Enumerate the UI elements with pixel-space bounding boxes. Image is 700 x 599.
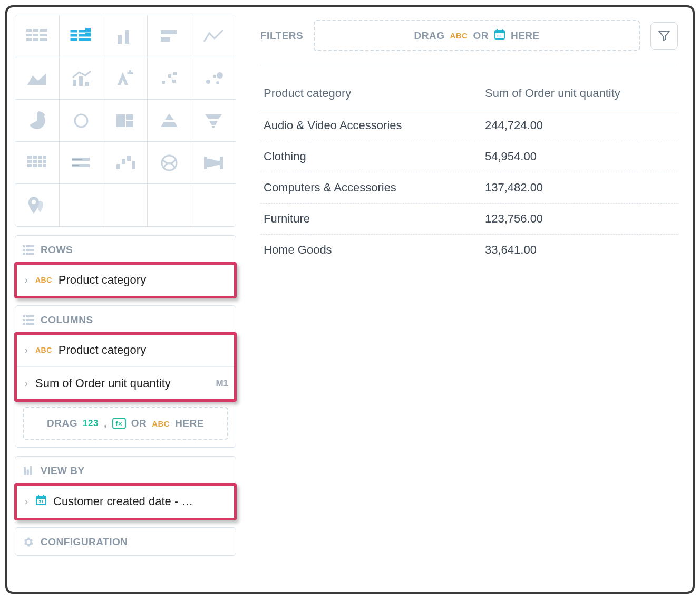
chart-type-empty-3	[148, 184, 192, 226]
or-text: OR	[473, 30, 489, 42]
chart-type-waterfall-icon[interactable]	[103, 142, 148, 184]
filters-row: FILTERS DRAG ABC OR 31 HERE	[260, 20, 678, 65]
svg-rect-4	[33, 34, 38, 36]
svg-rect-23	[85, 82, 89, 86]
chart-type-bar-icon[interactable]	[148, 15, 192, 57]
svg-rect-16	[85, 33, 91, 36]
columns-pill-label: Sum of Order unit quantity	[35, 376, 171, 390]
svg-rect-71	[23, 253, 25, 255]
chart-type-area-icon[interactable]	[15, 57, 60, 100]
columns-label: COLUMNS	[41, 314, 93, 326]
svg-rect-83	[36, 496, 46, 499]
chart-type-empty-1	[60, 184, 104, 226]
chart-type-combo-icon[interactable]	[60, 57, 104, 100]
svg-rect-43	[27, 156, 32, 159]
chart-type-heatmap-icon[interactable]	[15, 142, 60, 184]
svg-rect-85	[43, 495, 44, 497]
here-text: HERE	[175, 418, 204, 429]
svg-rect-20	[161, 37, 170, 42]
svg-rect-27	[168, 74, 171, 78]
chart-type-pyramid-icon[interactable]	[148, 100, 192, 142]
chart-type-table-icon[interactable]	[15, 15, 60, 57]
svg-rect-5	[40, 34, 47, 36]
table-row[interactable]: Computers & Accessories 137,482.00	[260, 172, 678, 204]
table-header-category: Product category	[264, 86, 485, 100]
chart-type-line-icon[interactable]	[191, 15, 236, 57]
svg-rect-9	[71, 30, 77, 32]
svg-rect-80	[27, 470, 29, 475]
filters-drop-zone[interactable]: DRAG ABC OR 31 HERE	[314, 20, 640, 51]
chart-type-column-icon[interactable]	[103, 15, 148, 57]
chart-type-funnel-icon[interactable]	[191, 100, 236, 142]
gear-icon	[23, 537, 34, 547]
svg-rect-15	[85, 28, 91, 32]
table-row[interactable]: Clothing 54,954.00	[260, 141, 678, 172]
chart-type-treemap-icon[interactable]	[103, 100, 148, 142]
cell-category: Computers & Accessories	[264, 181, 485, 195]
svg-rect-44	[33, 156, 37, 159]
chart-type-dependency-wheel-icon[interactable]	[148, 142, 192, 184]
svg-rect-29	[172, 80, 176, 83]
chart-type-scatter-icon[interactable]	[148, 57, 192, 100]
cell-category: Home Goods	[264, 243, 485, 257]
measure-badge: M1	[216, 378, 228, 389]
left-pane: ROWS › ABC Product category COLUMNS › AB…	[7, 7, 244, 592]
configuration-bucket[interactable]: CONFIGURATION	[15, 527, 236, 556]
viewby-icon	[23, 466, 34, 476]
chart-type-bubble-icon[interactable]	[191, 57, 236, 100]
rows-icon	[23, 245, 34, 255]
chart-type-bullet-icon[interactable]	[60, 142, 104, 184]
svg-text:31: 31	[39, 499, 44, 504]
svg-rect-79	[24, 467, 26, 475]
svg-rect-7	[33, 38, 38, 41]
svg-rect-48	[33, 160, 37, 163]
viewby-pill-customer-created-date[interactable]: › 31 Customer created date - …	[15, 484, 236, 518]
table-row[interactable]: Furniture 123,756.00	[260, 204, 678, 235]
table-row[interactable]: Audio & Video Accessories 244,724.00	[260, 110, 678, 141]
svg-rect-19	[161, 30, 177, 34]
svg-rect-65	[220, 157, 223, 169]
svg-marker-40	[205, 114, 222, 119]
chart-type-headline-icon[interactable]	[103, 57, 148, 100]
svg-rect-18	[125, 30, 129, 44]
numeric-type-icon: 123	[83, 418, 99, 429]
svg-rect-3	[26, 34, 32, 36]
svg-rect-59	[116, 164, 120, 169]
columns-drop-hint[interactable]: DRAG 123 , f× OR ABC HERE	[23, 407, 228, 440]
svg-rect-84	[38, 495, 39, 497]
svg-rect-6	[26, 38, 32, 41]
svg-rect-67	[23, 245, 25, 247]
svg-rect-35	[116, 114, 125, 127]
viewby-header: VIEW BY	[15, 457, 236, 484]
columns-pill-sum-order-qty[interactable]: › Sum of Order unit quantity M1	[15, 366, 236, 400]
svg-rect-62	[132, 161, 135, 169]
chart-type-geo-icon[interactable]	[15, 184, 60, 226]
svg-rect-0	[26, 29, 32, 32]
svg-point-33	[216, 81, 219, 84]
columns-pill-product-category[interactable]: › ABC Product category	[15, 333, 236, 366]
svg-rect-75	[23, 319, 25, 321]
chart-type-table-heat-icon[interactable]	[60, 15, 104, 57]
chevron-right-icon: ›	[25, 496, 28, 507]
chevron-right-icon: ›	[25, 378, 28, 389]
chart-type-sankey-icon[interactable]	[191, 142, 236, 184]
svg-rect-37	[126, 121, 133, 127]
calendar-icon: 31	[35, 494, 47, 509]
svg-rect-1	[33, 29, 38, 32]
rows-pill-product-category[interactable]: › ABC Product category	[15, 263, 236, 296]
drag-text: DRAG	[47, 418, 77, 429]
svg-rect-89	[497, 29, 498, 32]
svg-rect-46	[43, 156, 46, 159]
table-row[interactable]: Home Goods 33,641.00	[260, 235, 678, 265]
svg-rect-78	[26, 323, 34, 325]
svg-rect-50	[43, 160, 46, 163]
chart-type-donut-icon[interactable]	[60, 100, 104, 142]
configuration-header: CONFIGURATION	[15, 528, 236, 555]
filter-button[interactable]	[650, 22, 678, 50]
result-table: Product category Sum of Order unit quant…	[260, 65, 678, 265]
svg-text:31: 31	[497, 34, 502, 38]
cell-value: 244,724.00	[485, 119, 675, 132]
chart-type-pie-icon[interactable]	[15, 100, 60, 142]
svg-rect-74	[26, 315, 34, 317]
columns-bucket: COLUMNS › ABC Product category › Sum of …	[15, 305, 236, 448]
